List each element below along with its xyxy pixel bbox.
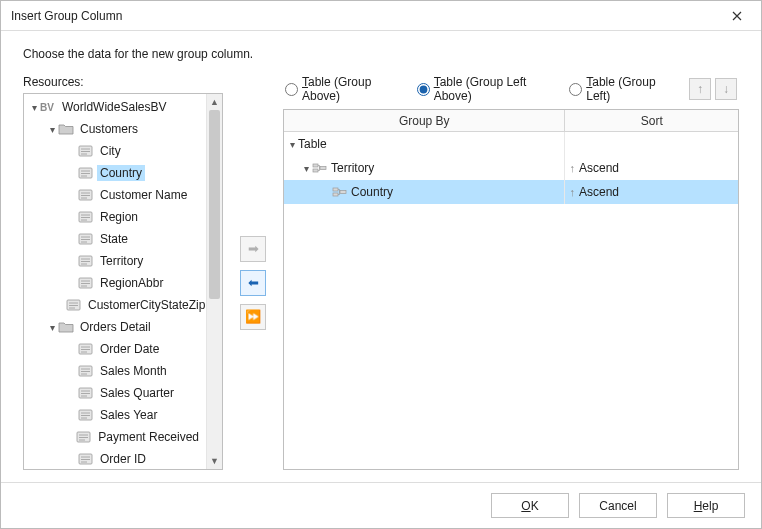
grid-cell-label: Country bbox=[351, 185, 393, 199]
scroll-down-icon[interactable]: ▼ bbox=[207, 453, 222, 469]
tree-item[interactable]: Sales Quarter bbox=[24, 382, 206, 404]
cancel-button[interactable]: Cancel bbox=[579, 493, 657, 518]
chevron-down-icon[interactable]: ▾ bbox=[286, 139, 298, 150]
radio-table-group-left[interactable]: Table (Group Left) bbox=[569, 75, 671, 103]
field-icon bbox=[78, 144, 94, 158]
field-icon bbox=[66, 298, 82, 312]
grid-row[interactable]: ▾ Territory ↑Ascend bbox=[284, 156, 738, 180]
field-icon bbox=[76, 430, 92, 444]
tree-node-label: Order ID bbox=[97, 451, 149, 467]
folder-icon bbox=[58, 122, 74, 136]
field-icon bbox=[78, 166, 94, 180]
chevron-down-icon[interactable]: ▾ bbox=[28, 102, 40, 113]
grid-header: Group By Sort bbox=[284, 110, 738, 132]
tree-folder-orders-detail[interactable]: ▾ Orders Detail bbox=[24, 316, 206, 338]
radio-label: Table (Group Left Above) bbox=[434, 75, 552, 103]
tree-item[interactable]: Region bbox=[24, 206, 206, 228]
tree-node-label: Sales Quarter bbox=[97, 385, 177, 401]
tree-item[interactable]: Country bbox=[24, 162, 206, 184]
tree-item[interactable]: Customer Name bbox=[24, 184, 206, 206]
move-down-button[interactable]: ↓ bbox=[715, 78, 737, 100]
field-icon bbox=[78, 276, 94, 290]
radio-table-group-above[interactable]: Table (Group Above) bbox=[285, 75, 399, 103]
radio-label: Table (Group Left) bbox=[586, 75, 671, 103]
scrollbar-vertical[interactable]: ▲ ▼ bbox=[206, 94, 222, 469]
grid-header-groupby[interactable]: Group By bbox=[284, 110, 565, 131]
tree-item[interactable]: Territory bbox=[24, 250, 206, 272]
scroll-up-icon[interactable]: ▲ bbox=[207, 94, 222, 110]
tree-node-label: Region bbox=[97, 209, 141, 225]
tree-node-label: Sales Month bbox=[97, 363, 170, 379]
ok-button[interactable]: OK bbox=[491, 493, 569, 518]
grid-row[interactable]: ▾ Table bbox=[284, 132, 738, 156]
tree-item[interactable]: Sales Month bbox=[24, 360, 206, 382]
resources-tree[interactable]: ▾ WorldWideSalesBV ▾ Customers City Coun… bbox=[23, 93, 223, 470]
field-icon bbox=[78, 408, 94, 422]
grid-cell-label: Territory bbox=[331, 161, 374, 175]
chevron-down-icon[interactable]: ▾ bbox=[300, 163, 312, 174]
sort-asc-icon: ↑ bbox=[569, 162, 575, 174]
arrow-down-icon: ↓ bbox=[723, 82, 729, 96]
field-icon bbox=[78, 254, 94, 268]
grid-cell-sort: Ascend bbox=[579, 161, 619, 175]
group-icon bbox=[312, 161, 328, 175]
tree-item[interactable]: Sales Year bbox=[24, 404, 206, 426]
group-grid[interactable]: Group By Sort ▾ Table ▾ Territory bbox=[283, 109, 739, 470]
close-button[interactable] bbox=[721, 5, 753, 27]
field-icon bbox=[78, 342, 94, 356]
dialog-footer: OK Cancel Help bbox=[1, 482, 761, 528]
tree-node-label: Payment Received bbox=[95, 429, 202, 445]
chevron-down-icon[interactable]: ▾ bbox=[46, 124, 58, 135]
radio-label: Table (Group Above) bbox=[302, 75, 399, 103]
field-icon bbox=[78, 364, 94, 378]
sort-asc-icon: ↑ bbox=[569, 186, 575, 198]
tree-item[interactable]: Order Date bbox=[24, 338, 206, 360]
grid-cell-sort: Ascend bbox=[579, 185, 619, 199]
chevron-down-icon[interactable]: ▾ bbox=[46, 322, 58, 333]
tree-item[interactable]: CustomerCityStateZip bbox=[24, 294, 206, 316]
scroll-track[interactable] bbox=[207, 110, 222, 453]
tree-node-label: CustomerCityStateZip bbox=[85, 297, 206, 313]
arrow-up-icon: ↑ bbox=[697, 82, 703, 96]
radio-input[interactable] bbox=[417, 83, 430, 96]
tree-item[interactable]: Order ID bbox=[24, 448, 206, 469]
tree-node-label: Sales Year bbox=[97, 407, 160, 423]
scroll-thumb[interactable] bbox=[209, 110, 220, 299]
field-icon bbox=[78, 188, 94, 202]
resources-label: Resources: bbox=[23, 75, 223, 89]
field-icon bbox=[78, 210, 94, 224]
tree-node-label: Orders Detail bbox=[77, 319, 154, 335]
group-icon bbox=[332, 185, 348, 199]
tree-folder-customers[interactable]: ▾ Customers bbox=[24, 118, 206, 140]
bv-icon bbox=[40, 100, 56, 114]
double-arrow-right-icon: ⏩ bbox=[245, 309, 261, 324]
move-up-button[interactable]: ↑ bbox=[689, 78, 711, 100]
radio-input[interactable] bbox=[569, 83, 582, 96]
instruction-text: Choose the data for the new group column… bbox=[23, 47, 739, 61]
help-button[interactable]: Help bbox=[667, 493, 745, 518]
field-icon bbox=[78, 232, 94, 246]
tree-item[interactable]: RegionAbbr bbox=[24, 272, 206, 294]
grid-header-sort[interactable]: Sort bbox=[565, 110, 738, 131]
remove-button[interactable]: ⬅ bbox=[240, 270, 266, 296]
radio-input[interactable] bbox=[285, 83, 298, 96]
tree-item[interactable]: City bbox=[24, 140, 206, 162]
titlebar: Insert Group Column bbox=[1, 1, 761, 31]
tree-item[interactable]: State bbox=[24, 228, 206, 250]
tree-root[interactable]: ▾ WorldWideSalesBV bbox=[24, 96, 206, 118]
grid-row[interactable]: Country ↑Ascend bbox=[284, 180, 738, 204]
add-button[interactable]: ➡ bbox=[240, 236, 266, 262]
tree-node-label: Customer Name bbox=[97, 187, 190, 203]
window-title: Insert Group Column bbox=[11, 9, 721, 23]
tree-node-label: Order Date bbox=[97, 341, 162, 357]
field-icon bbox=[78, 386, 94, 400]
tree-item[interactable]: Payment Received bbox=[24, 426, 206, 448]
folder-icon bbox=[58, 320, 74, 334]
tree-node-label: WorldWideSalesBV bbox=[59, 99, 169, 115]
field-icon bbox=[78, 452, 94, 466]
add-all-button[interactable]: ⏩ bbox=[240, 304, 266, 330]
tree-node-label: State bbox=[97, 231, 131, 247]
arrow-right-icon: ➡ bbox=[248, 241, 259, 256]
radio-table-group-left-above[interactable]: Table (Group Left Above) bbox=[417, 75, 552, 103]
tree-node-label: Territory bbox=[97, 253, 146, 269]
